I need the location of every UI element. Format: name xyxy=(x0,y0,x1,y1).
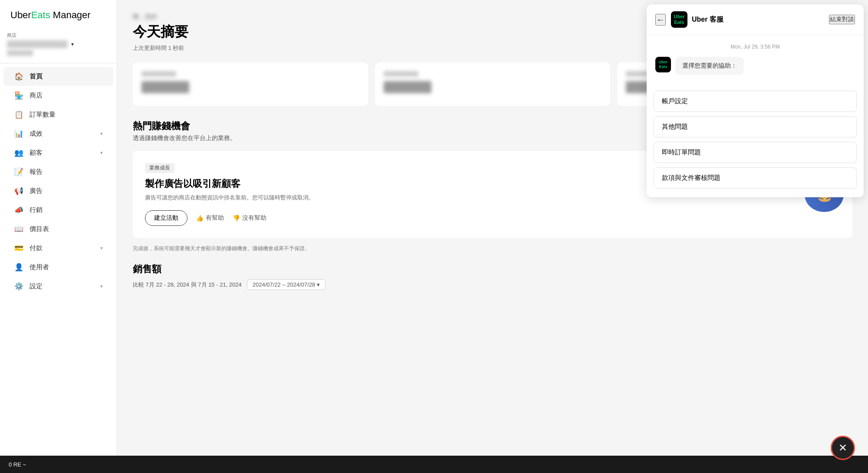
payment-icon: 💳 xyxy=(14,244,23,253)
chevron-right-icon: ▾ xyxy=(100,284,103,289)
sidebar-item-label: 訂單數量 xyxy=(30,111,103,119)
chevron-right-icon: ▾ xyxy=(100,150,103,156)
thumbs-down-icon: 👎 xyxy=(233,215,240,222)
sidebar-item-home[interactable]: 🏠 首頁 xyxy=(3,67,113,86)
chat-end-button[interactable]: 結束對談 xyxy=(829,15,855,24)
sales-compare-text: 比較 7月 22 - 28, 2024 與 7月 15 - 21, 2024 xyxy=(133,281,242,289)
orders-icon: 📋 xyxy=(14,110,23,119)
sidebar-item-users[interactable]: 👤 使用者 xyxy=(3,258,113,277)
store-name-blurred xyxy=(7,40,68,48)
bottom-bar-text: 0 RE ~ xyxy=(9,461,26,468)
sidebar-item-label: 行銷 xyxy=(30,206,103,214)
bot-avatar-text: UberEats xyxy=(659,60,668,69)
opportunity-actions: 建立活動 👍 有幫助 👎 沒有幫助 xyxy=(145,210,840,226)
store-icon: 🏪 xyxy=(14,91,23,100)
chat-panel: ← UberEats Uber 客服 結束對談 Mon, Jul 29, 3:5… xyxy=(647,4,864,197)
not-helpful-button[interactable]: 👎 沒有幫助 xyxy=(233,214,266,222)
nav-menu: 🏠 首頁 🏪 商店 📋 訂單數量 📊 成效 ▾ 👥 顧客 ▾ 📝 報告 📢 廣告 xyxy=(0,63,117,473)
sidebar-item-label: 使用者 xyxy=(30,263,103,271)
chat-avatar-text: UberEats xyxy=(674,14,684,25)
store-selector[interactable]: 商店 ▾ xyxy=(0,28,117,63)
sidebar-item-label: 成效 xyxy=(30,130,94,138)
sidebar-item-label: 價目表 xyxy=(30,225,103,233)
chevron-right-icon: ▾ xyxy=(100,245,103,251)
sidebar-item-label: 顧客 xyxy=(30,149,94,157)
sidebar-item-store[interactable]: 🏪 商店 xyxy=(3,86,113,105)
close-icon: ✕ xyxy=(838,442,847,454)
chat-message: UberEats 選擇您需要的協助： xyxy=(655,57,855,75)
sidebar-item-reports[interactable]: 📝 報告 xyxy=(3,163,113,181)
store-name-row[interactable]: ▾ xyxy=(7,40,110,48)
create-activity-button[interactable]: 建立活動 xyxy=(145,210,187,226)
settings-icon: ⚙️ xyxy=(14,282,23,291)
thumbs-up-icon: 👍 xyxy=(196,215,204,222)
menu-icon: 📖 xyxy=(14,225,23,234)
card-value-blurred xyxy=(141,81,189,93)
bot-avatar: UberEats xyxy=(655,57,671,72)
helpful-button[interactable]: 👍 有幫助 xyxy=(196,214,224,222)
store-label: 商店 xyxy=(7,32,110,39)
card-label-blurred xyxy=(384,71,418,77)
chat-option-other[interactable]: 其他問題 xyxy=(654,116,857,137)
chat-timestamp: Mon, Jul 29, 3:56 PM xyxy=(655,44,855,50)
app-logo: UberEats Manager xyxy=(0,0,117,28)
summary-card-1 xyxy=(133,62,368,106)
chat-options: 帳戶設定 其他問題 即時訂單問題 款項與文件審核問題 xyxy=(647,91,864,197)
home-icon: 🏠 xyxy=(14,72,23,81)
sidebar-item-ads[interactable]: 📢 廣告 xyxy=(3,182,113,200)
marketing-icon: 📣 xyxy=(14,206,23,215)
chat-option-account[interactable]: 帳戶設定 xyxy=(654,91,857,112)
reports-icon: 📝 xyxy=(14,167,23,176)
close-chat-button[interactable]: ✕ xyxy=(831,436,855,460)
chat-option-payment-doc[interactable]: 款項與文件審核問題 xyxy=(654,167,857,189)
sidebar-item-orders[interactable]: 📋 訂單數量 xyxy=(3,105,113,124)
sidebar-item-label: 報告 xyxy=(30,168,103,176)
sidebar: UberEats Manager 商店 ▾ 🏠 首頁 🏪 商店 📋 訂單數量 📊… xyxy=(0,0,117,473)
chat-body: Mon, Jul 29, 3:56 PM UberEats 選擇您需要的協助： xyxy=(647,35,864,91)
disclaimer-text: 完成後，系統可能需要幾天才會顯示新的賺錢機會。賺錢機會成果不予保證。 xyxy=(133,245,852,252)
bot-message-text: 選擇您需要的協助： xyxy=(682,62,737,69)
logo-manager: Manager xyxy=(50,10,91,20)
card-value-blurred xyxy=(384,81,431,93)
users-icon: 👤 xyxy=(14,263,23,272)
customers-icon: 👥 xyxy=(14,148,23,157)
store-chevron-icon: ▾ xyxy=(71,41,74,47)
sidebar-item-marketing[interactable]: 📣 行銷 xyxy=(3,201,113,219)
summary-card-2 xyxy=(375,62,610,106)
performance-icon: 📊 xyxy=(14,129,23,138)
chat-option-live-order[interactable]: 即時訂單問題 xyxy=(654,142,857,163)
chat-avatar: UberEats xyxy=(671,11,687,28)
logo-eats: Eats xyxy=(31,10,50,20)
opportunity-desc: 廣告可讓您的商店在動態資訊中排名靠前。您可以隨時暫停或取消。 xyxy=(145,194,353,202)
sales-date-row: 比較 7月 22 - 28, 2024 與 7月 15 - 21, 2024 2… xyxy=(133,279,852,290)
sidebar-item-label: 商店 xyxy=(30,91,103,100)
chat-title: Uber 客服 xyxy=(692,15,829,24)
ads-icon: 📢 xyxy=(14,186,23,196)
opportunity-tag: 業務成長 xyxy=(145,163,174,173)
sidebar-item-label: 設定 xyxy=(30,282,94,290)
card-label-blurred xyxy=(141,71,176,77)
chat-back-button[interactable]: ← xyxy=(655,14,666,26)
sidebar-item-menu[interactable]: 📖 價目表 xyxy=(3,220,113,238)
sidebar-item-label: 付款 xyxy=(30,244,94,252)
bot-message-bubble: 選擇您需要的協助： xyxy=(675,57,744,75)
sales-section-title: 銷售額 xyxy=(133,263,852,276)
chevron-right-icon: ▾ xyxy=(100,131,103,137)
store-sub-blurred xyxy=(7,50,33,56)
sidebar-item-settings[interactable]: ⚙️ 設定 ▾ xyxy=(3,277,113,296)
sales-date-range: 2024/07/22 – 2024/07/28 ▾ xyxy=(247,279,326,290)
sidebar-item-performance[interactable]: 📊 成效 ▾ xyxy=(3,124,113,143)
logo-uber: Uber xyxy=(10,10,31,20)
chat-header: ← UberEats Uber 客服 結束對談 xyxy=(647,4,864,35)
sidebar-item-payment[interactable]: 💳 付款 ▾ xyxy=(3,239,113,258)
bottom-bar: 0 RE ~ xyxy=(0,456,868,473)
sidebar-item-customers[interactable]: 👥 顧客 ▾ xyxy=(3,144,113,162)
sidebar-item-label: 廣告 xyxy=(30,187,103,195)
sidebar-item-label: 首頁 xyxy=(30,72,103,81)
